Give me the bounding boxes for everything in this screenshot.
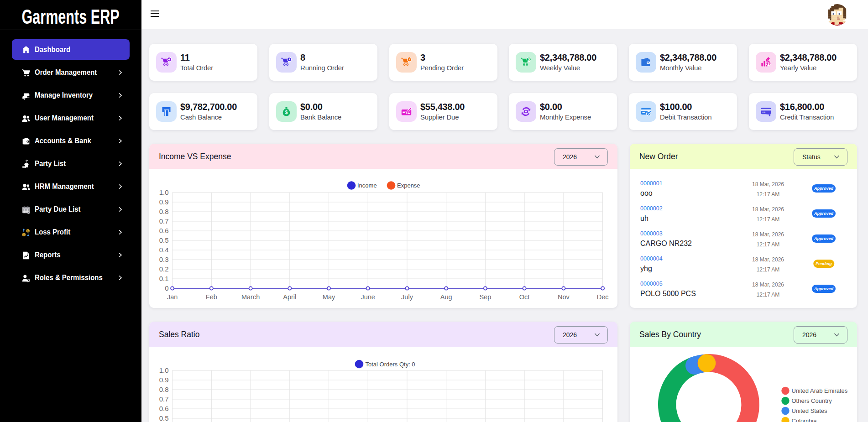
svg-text:Income: Income (357, 182, 377, 189)
svg-text:Others Country: Others Country (792, 397, 832, 404)
svg-text:April: April (283, 293, 296, 301)
svg-text:Dec: Dec (597, 293, 609, 301)
svg-text:Jan: Jan (167, 293, 178, 301)
svg-text:Nov: Nov (558, 293, 570, 301)
svg-text:0.3: 0.3 (159, 255, 169, 263)
svg-text:0.1: 0.1 (159, 275, 169, 282)
svg-text:0.2: 0.2 (159, 265, 169, 273)
svg-text:0.9: 0.9 (159, 198, 169, 206)
svg-text:0.7: 0.7 (159, 395, 169, 403)
svg-text:March: March (241, 293, 260, 301)
svg-text:0.8: 0.8 (159, 208, 169, 215)
svg-text:June: June (361, 293, 375, 301)
svg-text:July: July (401, 293, 413, 301)
svg-text:$: $ (528, 57, 530, 62)
svg-text:0.5: 0.5 (159, 236, 169, 244)
svg-text:United Arab Emirates: United Arab Emirates (792, 387, 848, 394)
svg-text:0: 0 (165, 284, 168, 292)
svg-text:0.7: 0.7 (159, 217, 169, 225)
svg-text:1.0: 1.0 (159, 366, 169, 374)
svg-text:$: $ (767, 61, 769, 66)
svg-text:0.9: 0.9 (159, 376, 169, 384)
svg-text:0.6: 0.6 (159, 227, 169, 234)
svg-text:Expense: Expense (397, 182, 420, 189)
svg-text:Aug: Aug (440, 293, 452, 301)
svg-text:May: May (323, 293, 335, 301)
svg-text:Oct: Oct (519, 293, 530, 301)
svg-text:0.8: 0.8 (159, 386, 169, 393)
svg-text:United States: United States (792, 407, 828, 414)
svg-text:Total Orders Qty: 0: Total Orders Qty: 0 (366, 361, 415, 368)
svg-text:0.6: 0.6 (159, 405, 169, 412)
svg-text:Sep: Sep (479, 293, 491, 301)
svg-text:0.4: 0.4 (159, 246, 169, 254)
svg-text:Colombia: Colombia (792, 417, 817, 422)
svg-text:$: $ (285, 110, 288, 115)
svg-text:Feb: Feb (206, 293, 217, 301)
svg-text:0.5: 0.5 (159, 414, 169, 422)
svg-text:1.0: 1.0 (159, 188, 169, 196)
